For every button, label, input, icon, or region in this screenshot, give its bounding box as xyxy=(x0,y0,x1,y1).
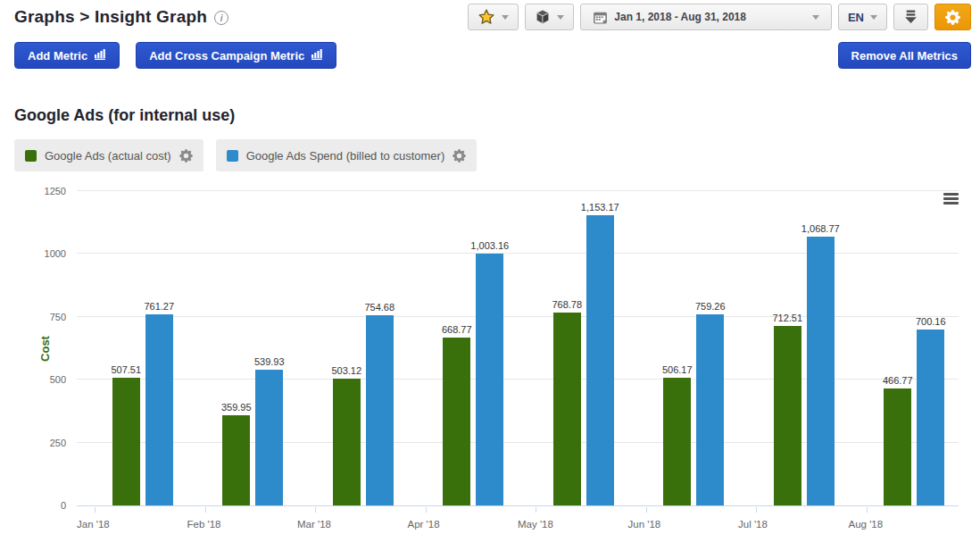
bar-value-label: 1,153.17 xyxy=(581,202,619,213)
bar-actual-cost[interactable]: 359.95 xyxy=(222,415,250,505)
x-axis-category: Apr '18 xyxy=(408,507,519,534)
bar-spend[interactable]: 754.68 xyxy=(366,315,394,505)
download-icon xyxy=(904,10,918,24)
bar-spend[interactable]: 1,153.17 xyxy=(586,215,614,505)
bar-spend[interactable]: 759.26 xyxy=(696,314,724,505)
x-axis-category: Mar '18 xyxy=(297,507,408,534)
bar-value-label: 754.68 xyxy=(364,302,394,313)
actions-row: Add Metric Add Cross Campaign Metric Rem… xyxy=(14,42,971,69)
legend-chip[interactable]: Google Ads Spend (billed to customer) xyxy=(216,139,478,171)
x-axis-tick xyxy=(426,507,427,513)
add-metric-button[interactable]: Add Metric xyxy=(14,42,120,69)
language-label: EN xyxy=(848,11,864,24)
x-axis-tick xyxy=(646,507,647,513)
hamburger-icon[interactable] xyxy=(943,193,959,206)
bar-group: 668.771,003.16 xyxy=(419,191,529,505)
x-axis-category: May '18 xyxy=(518,507,628,534)
package-dropdown-button[interactable] xyxy=(525,4,574,30)
bar-group: 466.77700.16 xyxy=(860,191,970,505)
y-tick-label: 1250 xyxy=(21,186,66,196)
legend-label: Google Ads Spend (billed to customer) xyxy=(246,149,445,163)
bar-value-label: 712.51 xyxy=(772,313,802,323)
star-icon xyxy=(478,8,495,26)
bar-spend[interactable]: 539.93 xyxy=(255,370,283,505)
header: Graphs > Insight Graph i Jan 1, 2 xyxy=(14,4,971,30)
bar-actual-cost[interactable]: 768.78 xyxy=(553,313,581,505)
legend: Google Ads (actual cost)Google Ads Spend… xyxy=(14,139,971,171)
y-tick-label: 250 xyxy=(21,438,66,448)
x-tick-label: Jul '18 xyxy=(738,519,768,530)
legend-swatch xyxy=(227,150,238,162)
bar-actual-cost[interactable]: 712.51 xyxy=(774,326,801,505)
add-cross-campaign-metric-label: Add Cross Campaign Metric xyxy=(149,49,304,63)
page-title: Graphs > Insight Graph xyxy=(14,7,207,27)
x-axis-category: Jan '18 xyxy=(77,507,187,534)
bar-value-label: 359.95 xyxy=(221,402,252,413)
breadcrumb: Graphs > Insight Graph i xyxy=(14,4,228,27)
gear-icon xyxy=(945,10,960,25)
bar-actual-cost[interactable]: 503.12 xyxy=(333,379,361,505)
bar-group: 712.511,068.77 xyxy=(749,191,860,505)
bar-spend[interactable]: 700.16 xyxy=(917,330,944,505)
bar-actual-cost[interactable]: 466.77 xyxy=(884,388,911,505)
y-tick-label: 1000 xyxy=(21,248,66,259)
bar-actual-cost[interactable]: 668.77 xyxy=(443,338,470,505)
gear-icon[interactable] xyxy=(453,149,466,163)
add-metric-label: Add Metric xyxy=(28,49,87,63)
y-tick-label: 750 xyxy=(21,312,66,322)
settings-button[interactable] xyxy=(934,4,971,30)
x-axis-category: Jul '18 xyxy=(738,507,849,534)
legend-swatch xyxy=(25,150,37,162)
x-axis-tick xyxy=(536,507,536,513)
x-tick-label: Apr '18 xyxy=(408,519,440,530)
bar-group: 507.51761.27 xyxy=(87,191,198,505)
date-range-button[interactable]: Jan 1, 2018 - Aug 31, 2018 xyxy=(580,4,832,30)
x-axis-tick xyxy=(205,507,206,513)
remove-all-metrics-label: Remove All Metrics xyxy=(851,49,958,63)
x-tick-label: Jan '18 xyxy=(77,519,110,530)
info-icon[interactable]: i xyxy=(214,11,228,25)
bar-actual-cost[interactable]: 507.51 xyxy=(112,378,140,505)
bar-group: 503.12754.68 xyxy=(308,191,419,505)
x-axis-category: Jun '18 xyxy=(628,507,739,534)
x-axis-tick xyxy=(95,507,96,513)
toolbar: Jan 1, 2018 - Aug 31, 2018 EN xyxy=(468,4,971,30)
favorites-dropdown-button[interactable] xyxy=(468,4,519,30)
gear-icon[interactable] xyxy=(179,149,193,163)
x-axis-tick xyxy=(867,507,868,513)
page: Graphs > Insight Graph i Jan 1, 2 xyxy=(0,0,980,538)
x-axis-category: Aug '18 xyxy=(849,507,959,534)
bar-value-label: 668.77 xyxy=(442,324,472,335)
add-cross-campaign-metric-button[interactable]: Add Cross Campaign Metric xyxy=(136,42,336,69)
bar-value-label: 759.26 xyxy=(695,301,726,312)
bar-groups: 507.51761.27359.95539.93503.12754.68668.… xyxy=(77,191,959,505)
bar-spend[interactable]: 1,003.16 xyxy=(476,254,503,505)
x-tick-label: May '18 xyxy=(518,519,553,530)
language-dropdown-button[interactable]: EN xyxy=(838,4,887,30)
remove-all-metrics-button[interactable]: Remove All Metrics xyxy=(838,42,971,69)
chart-area: Cost 025050075010001250507.51761.27359.9… xyxy=(14,180,971,538)
calendar-icon xyxy=(593,10,608,25)
bar-group: 768.781,153.17 xyxy=(528,191,639,505)
bar-value-label: 1,068.77 xyxy=(801,223,840,234)
bar-chart-icon xyxy=(95,48,106,63)
bar-value-label: 503.12 xyxy=(331,365,361,376)
legend-chip[interactable]: Google Ads (actual cost) xyxy=(14,139,203,171)
y-tick-label: 0 xyxy=(21,500,66,511)
download-button[interactable] xyxy=(893,4,928,30)
bar-chart-icon xyxy=(311,48,323,63)
x-axis: Jan '18Feb '18Mar '18Apr '18May '18Jun '… xyxy=(77,507,959,534)
bar-spend[interactable]: 1,068.77 xyxy=(807,237,835,505)
bar-group: 506.17759.26 xyxy=(639,191,750,505)
bar-value-label: 700.16 xyxy=(916,316,946,327)
chevron-down-icon xyxy=(870,15,877,20)
bar-spend[interactable]: 761.27 xyxy=(145,314,173,505)
bar-value-label: 761.27 xyxy=(144,301,174,312)
section-title: Google Ads (for internal use) xyxy=(14,106,971,125)
bar-group: 359.95539.93 xyxy=(198,191,309,505)
bar-actual-cost[interactable]: 506.17 xyxy=(663,378,691,505)
chevron-down-icon xyxy=(812,15,819,20)
x-tick-label: Mar '18 xyxy=(297,519,331,530)
x-axis-tick xyxy=(756,507,757,513)
date-range-label: Jan 1, 2018 - Aug 31, 2018 xyxy=(614,11,746,23)
